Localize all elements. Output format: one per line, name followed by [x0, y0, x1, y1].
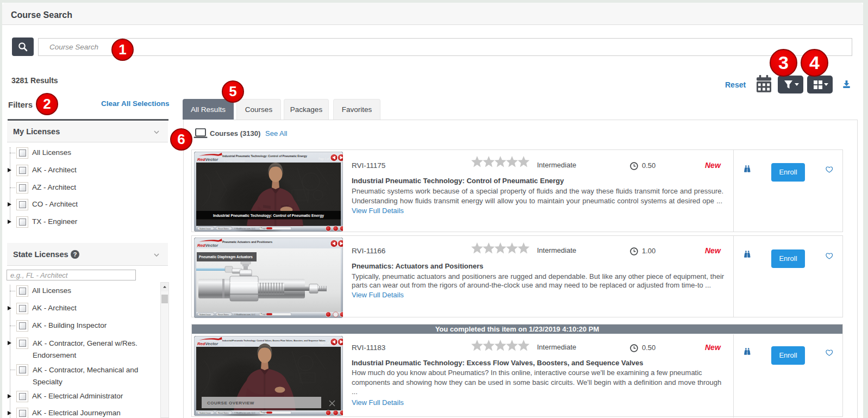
- svg-text:Submit Issue: Submit Issue: [199, 228, 211, 230]
- svg-text:Industrial Pneumatic Technolog: Industrial Pneumatic Technology: Control…: [213, 214, 324, 218]
- svg-text:Course Overview: Course Overview: [224, 159, 245, 163]
- svg-text:Page 1 of 2: Page 1 of 2: [319, 342, 332, 345]
- svg-text:RedVector: RedVector: [197, 341, 218, 346]
- svg-text:?: ?: [73, 251, 77, 258]
- svg-text:Submit Issue: Submit Issue: [199, 313, 211, 315]
- svg-text:Industrial Pneumatic Technolog: Industrial Pneumatic Technology: Control…: [222, 154, 307, 158]
- svg-text:Pneumatic Diaphragm Actuators: Pneumatic Diaphragm Actuators: [199, 255, 253, 259]
- svg-text:COURSE OVERVIEW: COURSE OVERVIEW: [207, 401, 254, 405]
- svg-text:RedVector: RedVector: [197, 157, 218, 162]
- svg-text:RedVector: RedVector: [197, 242, 218, 247]
- svg-text:Reset Notes: Reset Notes: [218, 313, 229, 315]
- svg-text:Industrial/Pneumatic Technolog: Industrial/Pneumatic Technology: Control…: [222, 339, 326, 342]
- svg-text:Submit Issue: Submit Issue: [199, 412, 211, 414]
- svg-text:Course Overview: Course Overview: [224, 344, 245, 347]
- svg-text:Pneumatic Actuators and Positi: Pneumatic Actuators and Positioners: [222, 240, 272, 244]
- svg-text:© RedVector.com, LLC: © RedVector.com, LLC: [234, 412, 255, 414]
- svg-text:© RedVector.com, LLC: © RedVector.com, LLC: [234, 228, 255, 230]
- svg-text:Reset Notes: Reset Notes: [218, 228, 229, 230]
- svg-text:© RedVector.com, LLC: © RedVector.com, LLC: [234, 313, 255, 315]
- svg-text:Page 1 of 1: Page 1 of 1: [319, 158, 332, 160]
- svg-text:Reset Notes: Reset Notes: [218, 412, 229, 414]
